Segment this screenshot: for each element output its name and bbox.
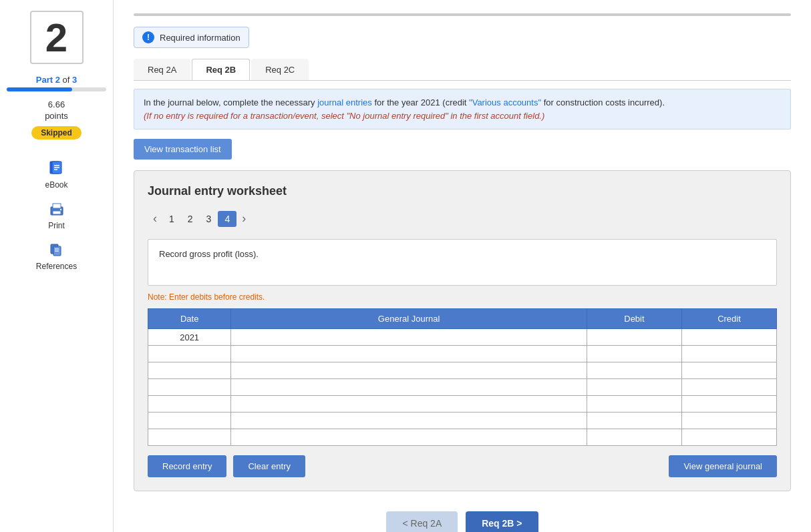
top-bar	[134, 13, 791, 16]
tab-req2a[interactable]: Req 2A	[134, 59, 190, 80]
debit-input[interactable]	[591, 331, 677, 343]
svg-point-8	[59, 209, 61, 210]
main-content: ! Required information Req 2A Req 2B Req…	[114, 0, 811, 532]
debit-cell[interactable]	[587, 362, 681, 379]
debit-input[interactable]	[591, 398, 677, 410]
journal-cell[interactable]	[231, 362, 587, 379]
journal-input[interactable]	[235, 431, 583, 443]
credit-input[interactable]	[686, 431, 772, 443]
debit-input[interactable]	[591, 381, 677, 393]
part-number: 2	[55, 75, 60, 85]
tab-req2c[interactable]: Req 2C	[251, 59, 309, 80]
journal-cell[interactable]	[231, 346, 587, 362]
clear-entry-button[interactable]: Clear entry	[233, 455, 305, 477]
tab-req2b[interactable]: Req 2B	[192, 59, 250, 80]
sidebar-item-print[interactable]: Print	[47, 200, 66, 230]
credit-input[interactable]	[686, 331, 772, 343]
debit-cell[interactable]	[587, 379, 681, 396]
ebook-icon	[47, 160, 66, 178]
journal-cell[interactable]	[231, 413, 587, 429]
next-page-arrow[interactable]: ›	[236, 209, 251, 228]
prev-nav-button[interactable]: < Req 2A	[386, 511, 458, 532]
credit-cell[interactable]	[681, 429, 776, 446]
task-description: Record gross profit (loss).	[148, 239, 777, 286]
date-cell	[148, 379, 231, 396]
debit-input[interactable]	[591, 415, 677, 427]
journal-cell[interactable]	[231, 379, 587, 396]
debits-note: Note: Enter debits before credits.	[148, 292, 777, 302]
credit-input[interactable]	[686, 348, 772, 360]
table-row	[148, 413, 777, 429]
references-icon	[47, 241, 66, 260]
credit-input[interactable]	[686, 364, 772, 376]
credit-input[interactable]	[686, 381, 772, 393]
journal-input[interactable]	[235, 364, 583, 376]
journal-input[interactable]	[235, 415, 583, 427]
journal-input[interactable]	[235, 381, 583, 393]
debit-cell[interactable]	[587, 413, 681, 429]
date-cell	[148, 396, 231, 413]
table-row	[148, 346, 777, 362]
col-general-journal: General Journal	[231, 309, 587, 329]
debit-cell[interactable]	[587, 346, 681, 362]
page-2[interactable]: 2	[181, 211, 200, 227]
debit-cell[interactable]	[587, 429, 681, 446]
worksheet-container: Journal entry worksheet ‹ 1 2 3 4 › Reco…	[134, 170, 791, 491]
credit-cell[interactable]	[681, 413, 776, 429]
svg-rect-7	[53, 211, 61, 214]
record-entry-button[interactable]: Record entry	[148, 455, 226, 477]
journal-cell[interactable]	[231, 396, 587, 413]
action-buttons: Record entry Clear entry View general jo…	[148, 455, 777, 477]
points-unit: points	[45, 111, 68, 121]
journal-cell[interactable]	[231, 429, 587, 446]
credit-input[interactable]	[686, 415, 772, 427]
journal-entries-link[interactable]: journal entries	[317, 97, 372, 107]
credit-cell[interactable]	[681, 362, 776, 379]
date-cell	[148, 346, 231, 362]
debit-input[interactable]	[591, 348, 677, 360]
debit-input[interactable]	[591, 364, 677, 376]
credit-cell[interactable]	[681, 379, 776, 396]
prev-page-arrow[interactable]: ‹	[148, 209, 162, 228]
sidebar-item-references[interactable]: References	[36, 241, 77, 271]
tabs-row: Req 2A Req 2B Req 2C	[134, 59, 791, 81]
col-credit: Credit	[681, 309, 776, 329]
sidebar-item-ebook[interactable]: eBook	[45, 160, 67, 190]
debit-cell[interactable]	[587, 396, 681, 413]
journal-input[interactable]	[235, 331, 583, 343]
credit-cell[interactable]	[681, 346, 776, 362]
credit-cell[interactable]	[681, 396, 776, 413]
page-3[interactable]: 3	[200, 211, 218, 227]
date-cell	[148, 413, 231, 429]
bottom-nav: < Req 2A Req 2B >	[134, 511, 791, 532]
references-label: References	[36, 262, 77, 271]
page-1[interactable]: 1	[162, 211, 181, 227]
journal-input[interactable]	[235, 348, 583, 360]
step-number: 2	[30, 11, 84, 64]
view-transaction-button[interactable]: View transaction list	[134, 139, 232, 160]
pagination-row: ‹ 1 2 3 4 ›	[148, 209, 777, 228]
debit-input[interactable]	[591, 431, 677, 443]
page-4[interactable]: 4	[218, 211, 236, 227]
debit-cell[interactable]	[587, 329, 681, 346]
table-row: 2021	[148, 329, 777, 346]
skipped-badge: Skipped	[31, 126, 82, 140]
table-row	[148, 379, 777, 396]
journal-input[interactable]	[235, 398, 583, 410]
next-nav-button[interactable]: Req 2B >	[466, 511, 538, 532]
info-icon: !	[142, 31, 154, 43]
print-label: Print	[48, 221, 65, 230]
view-general-journal-button[interactable]: View general journal	[669, 455, 777, 477]
progress-bar	[7, 87, 106, 91]
table-row	[148, 396, 777, 413]
instruction-box: In the journal below, complete the neces…	[134, 89, 791, 129]
journal-cell[interactable]	[231, 329, 587, 346]
credit-input[interactable]	[686, 398, 772, 410]
sidebar: 2 Part 2 of 3 6.66 points Skipped	[0, 0, 114, 532]
credit-cell[interactable]	[681, 329, 776, 346]
sidebar-icons: eBook Print Refere	[36, 160, 77, 271]
date-cell: 2021	[148, 329, 231, 346]
worksheet-title: Journal entry worksheet	[148, 184, 777, 198]
svg-rect-6	[53, 204, 61, 208]
date-cell	[148, 362, 231, 379]
